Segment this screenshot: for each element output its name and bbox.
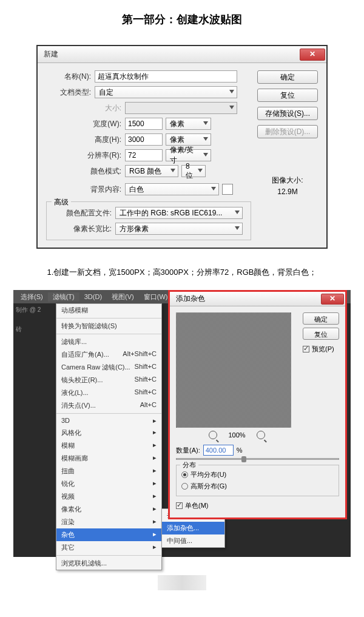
bit-depth-dropdown[interactable]: 8 位 <box>181 165 206 177</box>
noise-dialog-title: 添加杂色 <box>176 294 205 304</box>
add-noise-dialog: 添加杂色 ✕ 100% 确定 复位 预览(P) <box>168 290 347 519</box>
noise-ok-button[interactable]: 确定 <box>303 312 339 325</box>
preview-label: 预览(P) <box>312 345 334 354</box>
menu-liquify[interactable]: 液化(L)...Shift+C <box>56 386 161 399</box>
zoom-level: 100% <box>228 431 245 439</box>
size-label: 大小: <box>46 103 125 113</box>
menu-pixelate[interactable]: 像素化▸ <box>56 503 161 516</box>
delete-preset-button: 删除预设(D)... <box>257 125 318 138</box>
height-label: 高度(H): <box>46 135 125 145</box>
width-input[interactable] <box>125 118 163 130</box>
menu-sharpen[interactable]: 锐化▸ <box>56 477 161 490</box>
menu-vanishing-point[interactable]: 消失点(V)...Alt+C <box>56 399 161 412</box>
submenu-add-noise[interactable]: 添加杂色... <box>162 522 224 534</box>
noise-reset-button[interactable]: 复位 <box>303 328 339 340</box>
menu-render[interactable]: 渲染▸ <box>56 516 161 528</box>
preview-checkbox[interactable] <box>303 346 309 352</box>
resolution-input[interactable] <box>125 149 163 161</box>
menu-filter[interactable]: 滤镜(T) <box>48 292 79 302</box>
ok-button[interactable]: 确定 <box>257 70 318 84</box>
noise-titlebar: 添加杂色 ✕ <box>170 292 345 306</box>
aspect-dropdown[interactable]: 方形像素 <box>115 223 243 235</box>
menu-stylize[interactable]: 风格化▸ <box>56 427 161 439</box>
name-label: 名称(N): <box>46 72 95 82</box>
noise-preview <box>176 312 291 428</box>
aspect-label: 像素长宽比: <box>52 224 115 234</box>
amount-input[interactable] <box>203 445 234 456</box>
menu-3d-sub[interactable]: 3D▸ <box>56 415 161 427</box>
menu-camera-raw[interactable]: Camera Raw 滤镜(C)...Shift+C <box>56 361 161 374</box>
tab-area: 制作 @ 2 砖 <box>13 303 56 336</box>
filter-dropdown-menu: 动感模糊 转换为智能滤镜(S) 滤镜库... 自适应广角(A)...Alt+Sh… <box>56 303 162 570</box>
save-preset-button[interactable]: 存储预设(S)... <box>257 107 318 120</box>
menu-noise[interactable]: 杂色▸ <box>56 528 161 541</box>
width-unit-dropdown[interactable]: 像素 <box>166 118 211 130</box>
color-mode-label: 颜色模式: <box>46 166 125 177</box>
amount-slider[interactable] <box>176 458 339 460</box>
background-swatch[interactable] <box>222 184 233 195</box>
resolution-unit-dropdown[interactable]: 像素/英寸 <box>166 149 211 161</box>
menu-blur[interactable]: 模糊▸ <box>56 439 161 452</box>
menu-lens-correction[interactable]: 镜头校正(R)...Shift+C <box>56 374 161 386</box>
gaussian-radio[interactable] <box>181 483 188 490</box>
height-input[interactable] <box>125 133 163 146</box>
name-input[interactable] <box>95 70 237 83</box>
size-dropdown <box>125 102 237 114</box>
dialog-title: 新建 <box>44 49 58 59</box>
caption-step1: 1.创建一新文档，宽1500PX；高3000PX；分辨率72，RGB颜色，背景白… <box>0 267 364 278</box>
close-button[interactable]: ✕ <box>300 49 325 61</box>
gaussian-label: 高斯分布(G) <box>190 482 227 491</box>
menu-smart-filter[interactable]: 转换为智能滤镜(S) <box>56 320 161 332</box>
height-unit-dropdown[interactable]: 像素 <box>166 133 211 146</box>
menu-adaptive-wide[interactable]: 自适应广角(A)...Alt+Shift+C <box>56 348 161 361</box>
menu-3d[interactable]: 3D(D) <box>79 293 107 300</box>
noise-close-button[interactable]: ✕ <box>321 294 344 305</box>
menu-view[interactable]: 视图(V) <box>107 292 139 302</box>
preset-dropdown[interactable]: 自定 <box>95 86 237 98</box>
menu-select[interactable]: 选择(S) <box>16 292 48 302</box>
color-mode-dropdown[interactable]: RGB 颜色 <box>125 165 178 177</box>
image-size-info: 图像大小: 12.9M <box>257 175 318 198</box>
distribution-legend: 分布 <box>180 460 198 470</box>
uniform-label: 平均分布(U) <box>190 470 226 479</box>
mono-label: 单色(M) <box>185 501 209 510</box>
profile-dropdown[interactable]: 工作中的 RGB: sRGB IEC619... <box>115 207 243 219</box>
menu-browse-online[interactable]: 浏览联机滤镜... <box>56 557 161 570</box>
menu-video[interactable]: 视频▸ <box>56 490 161 503</box>
background-label: 背景内容: <box>46 184 125 195</box>
menu-distort[interactable]: 扭曲▸ <box>56 465 161 477</box>
profile-label: 颜色配置文件: <box>52 208 115 218</box>
dialog-titlebar: 新建 ✕ <box>38 46 326 63</box>
zoom-out-icon[interactable] <box>209 431 217 439</box>
amount-unit: % <box>237 447 243 454</box>
photoshop-workspace: 选择(S) 滤镜(T) 3D(D) 视图(V) 窗口(W) 制作 @ 2 砖 动… <box>13 290 351 557</box>
decorative-bar <box>158 575 206 590</box>
reset-button[interactable]: 复位 <box>257 89 318 102</box>
uniform-radio[interactable] <box>181 471 188 478</box>
zoom-in-icon[interactable] <box>257 431 265 439</box>
new-document-dialog: 新建 ✕ 名称(N): 文档类型: 自定 大小: 宽度(W): <box>36 45 328 249</box>
mono-checkbox[interactable] <box>176 502 183 509</box>
submenu-median[interactable]: 中间值... <box>162 534 224 547</box>
width-label: 宽度(W): <box>46 119 125 129</box>
amount-label: 数量(A): <box>176 446 200 455</box>
preset-label: 文档类型: <box>46 87 95 98</box>
menu-filter-gallery[interactable]: 滤镜库... <box>56 335 161 348</box>
advanced-legend: 高级 <box>52 197 71 207</box>
menu-other[interactable]: 其它▸ <box>56 541 161 554</box>
background-dropdown[interactable]: 白色 <box>125 183 219 195</box>
menu-blur-gallery[interactable]: 模糊画廊▸ <box>56 452 161 465</box>
menu-last-filter[interactable]: 动感模糊 <box>56 304 161 317</box>
resolution-label: 分辨率(R): <box>46 150 125 161</box>
section-heading: 第一部分：创建水波贴图 <box>0 0 364 45</box>
